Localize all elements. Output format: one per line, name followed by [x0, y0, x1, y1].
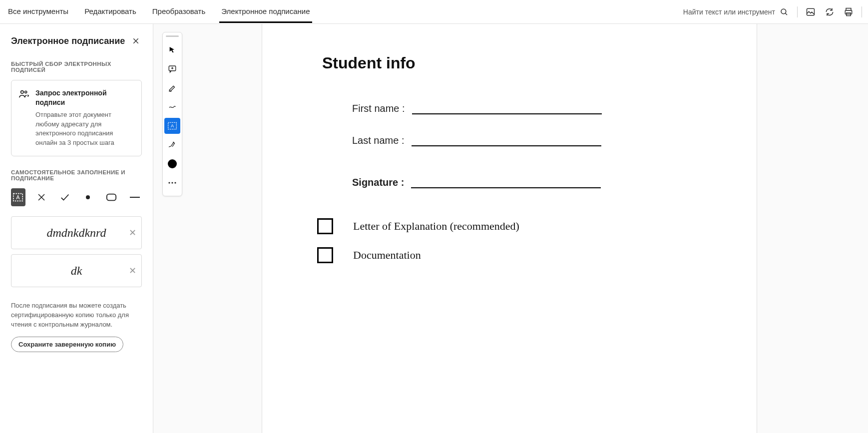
svg-point-0 — [781, 9, 786, 14]
card-title: Запрос электронной подписи — [35, 88, 134, 107]
signature-text: dmdnkdknrd — [46, 226, 106, 240]
color-picker-icon[interactable] — [164, 156, 180, 172]
document-title: Student info — [322, 54, 757, 72]
print-icon[interactable] — [843, 6, 855, 18]
checkmark-tool[interactable] — [57, 188, 72, 206]
section-quick-collect-label: БЫСТРЫЙ СБОР ЭЛЕКТРОННЫХ ПОДПИСЕЙ — [11, 61, 142, 73]
remove-signature-icon[interactable]: ✕ — [129, 265, 136, 276]
svg-text:A: A — [16, 194, 20, 200]
tab-esign[interactable]: Электронное подписание — [219, 1, 312, 23]
search-icon — [778, 6, 790, 18]
floating-toolbar: A — [162, 32, 182, 196]
svg-point-24 — [171, 182, 173, 183]
svg-point-9 — [25, 91, 27, 93]
certify-note: После подписания вы можете создать серти… — [11, 301, 142, 330]
signature-line[interactable] — [411, 176, 601, 188]
divider — [862, 6, 862, 17]
checkbox-documentation-label: Documentation — [353, 249, 421, 262]
toolbar-drag-handle[interactable] — [166, 35, 179, 37]
tab-all-tools[interactable]: Все инструменты — [6, 1, 70, 23]
checkbox-letter-label: Letter of Explanation (recommended) — [353, 220, 519, 233]
firstname-label: First name : — [352, 103, 405, 114]
text-field-tool[interactable]: A — [11, 188, 25, 206]
signature-label: Signature : — [352, 177, 404, 188]
signature-preview-1[interactable]: dmdnkdknrd ✕ — [11, 216, 142, 249]
request-signature-card[interactable]: Запрос электронной подписи Отправьте это… — [11, 80, 142, 156]
cross-tool[interactable] — [34, 188, 49, 206]
checkbox-letter[interactable] — [317, 218, 333, 234]
workspace: A Student info First name : Last name : — [153, 24, 868, 433]
sync-icon[interactable] — [824, 6, 836, 18]
search-tool[interactable]: Найти текст или инструмент — [683, 6, 790, 18]
tab-convert[interactable]: Преобразовать — [150, 1, 207, 23]
sidebar: Электронное подписание БЫСТРЫЙ СБОР ЭЛЕК… — [0, 24, 153, 433]
draw-freeform-tool-icon[interactable] — [164, 99, 180, 115]
svg-text:A: A — [171, 123, 174, 128]
sidebar-title: Электронное подписание — [11, 36, 125, 46]
line-tool[interactable] — [127, 188, 142, 206]
checkbox-documentation[interactable] — [317, 247, 333, 263]
firstname-line[interactable] — [412, 102, 602, 114]
card-description: Отправьте этот документ любому адресату … — [35, 110, 134, 148]
svg-point-25 — [174, 182, 176, 183]
svg-rect-2 — [807, 8, 815, 15]
tab-edit[interactable]: Редактировать — [82, 1, 138, 23]
divider — [797, 6, 798, 17]
comment-tool-icon[interactable] — [164, 61, 180, 77]
section-self-sign-label: САМОСТОЯТЕЛЬНОЕ ЗАПОЛНЕНИЕ И ПОДПИСАНИЕ — [11, 169, 142, 181]
image-tool-icon[interactable] — [805, 6, 817, 18]
svg-point-8 — [21, 91, 24, 94]
svg-point-14 — [86, 195, 90, 199]
lastname-line[interactable] — [412, 134, 601, 146]
rounded-rect-tool[interactable] — [104, 188, 119, 206]
dot-tool[interactable] — [81, 188, 95, 206]
highlight-tool-icon[interactable] — [164, 80, 180, 96]
svg-point-23 — [168, 182, 170, 183]
document-page[interactable]: Student info First name : Last name : Si… — [262, 24, 757, 433]
signature-preview-2[interactable]: dk ✕ — [11, 254, 142, 287]
remove-signature-icon[interactable]: ✕ — [129, 227, 136, 238]
close-sidebar-icon[interactable] — [130, 35, 142, 47]
lastname-label: Last name : — [352, 135, 405, 146]
sign-tool-icon[interactable] — [164, 137, 180, 153]
svg-line-1 — [785, 13, 787, 15]
search-placeholder-text: Найти текст или инструмент — [683, 8, 775, 16]
people-icon — [18, 88, 29, 148]
selection-tool-icon[interactable] — [164, 42, 180, 58]
add-text-tool-icon[interactable]: A — [164, 118, 180, 134]
save-certified-copy-button[interactable]: Сохраните заверенную копию — [11, 337, 123, 352]
svg-rect-15 — [107, 194, 116, 201]
more-tools-icon[interactable] — [164, 175, 180, 191]
signature-text: dk — [71, 264, 82, 278]
